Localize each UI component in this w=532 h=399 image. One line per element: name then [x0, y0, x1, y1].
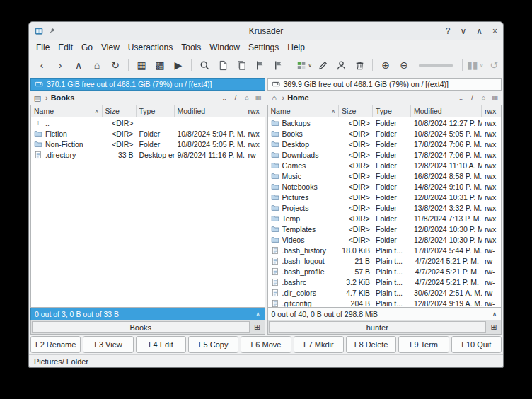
file-row[interactable]: Games<DIR>Folder12/8/2024 11:10 A. M.rwx: [268, 160, 502, 170]
menu-file[interactable]: File: [32, 41, 54, 54]
refresh-button[interactable]: ↻: [106, 57, 125, 74]
breadcrumb-current[interactable]: Books: [51, 93, 75, 102]
file-row[interactable]: Downloads<DIR>Folder17/8/2024 7:06 P. M.…: [268, 149, 502, 160]
menu-settings[interactable]: Settings: [244, 41, 283, 54]
column-header-size[interactable]: Size: [339, 105, 373, 117]
statusbar-text: Pictures/ Folder: [34, 357, 88, 366]
zoom-out-button[interactable]: ⊖: [395, 57, 413, 74]
menu-tools[interactable]: Tools: [177, 41, 205, 54]
run-icon: ▶: [175, 59, 183, 71]
column-header-name[interactable]: Name ∧: [31, 105, 103, 117]
column-header-type[interactable]: Type: [373, 105, 411, 117]
back-button[interactable]: ‹: [33, 57, 51, 74]
equal-panels-button[interactable]: ▩: [151, 57, 169, 74]
up-dir-button[interactable]: ..: [220, 93, 229, 103]
breadcrumb-current[interactable]: Home: [287, 93, 309, 102]
home-button[interactable]: ⌂: [88, 57, 106, 74]
file-row[interactable]: Non-Fiction<DIR>Folder10/8/2024 5:05 P. …: [31, 139, 265, 149]
run-command-button[interactable]: ▶: [169, 57, 187, 74]
useractions-button[interactable]: [332, 57, 350, 74]
copy-button[interactable]: [232, 57, 250, 74]
fkey-f5-button[interactable]: F5 Copy: [188, 336, 238, 353]
fkey-f3-button[interactable]: F3 View: [83, 336, 133, 353]
root-dir-button[interactable]: /: [231, 93, 241, 103]
fkey-f9-button[interactable]: F9 Term: [398, 336, 449, 353]
titlebar[interactable]: Krusader ? ∨ ∧ ×: [29, 22, 503, 40]
fkey-f7-button[interactable]: F7 Mkdir: [294, 336, 344, 353]
file-row[interactable]: Templates<DIR>Folder12/8/2024 10:30 P. M…: [268, 224, 502, 234]
column-header-type[interactable]: Type: [137, 105, 175, 117]
new-file-button[interactable]: [214, 57, 232, 74]
column-header-name[interactable]: Name ∧: [268, 105, 340, 117]
folder-icon[interactable]: ▤: [33, 93, 42, 103]
file-row[interactable]: Pictures<DIR>Folder12/8/2024 10:31 P. M.…: [268, 192, 502, 202]
menu-edit[interactable]: Edit: [54, 41, 77, 54]
undo-button[interactable]: ↺: [485, 57, 503, 74]
compare-dirs-button[interactable]: ▦: [132, 57, 151, 74]
file-row[interactable]: Desktop<DIR>Folder17/8/2024 7:06 P. M.rw…: [268, 139, 502, 149]
menu-go[interactable]: Go: [77, 41, 97, 54]
minimize-button[interactable]: ∨: [460, 27, 466, 35]
zoom-slider[interactable]: [419, 64, 453, 67]
file-row[interactable]: Projects<DIR>Folder13/8/2024 3:32 P. M.r…: [268, 202, 502, 213]
root-dir-button[interactable]: /: [468, 93, 477, 103]
file-row[interactable]: .bash_logout21 BPlain t...4/7/2024 5:21 …: [268, 255, 502, 266]
column-header-modified[interactable]: Modified: [175, 105, 245, 117]
chevron-up-icon[interactable]: ∧: [488, 311, 501, 318]
bookmark-button[interactable]: [250, 57, 269, 74]
up-dir-button[interactable]: ..: [456, 93, 466, 103]
column-header-size[interactable]: Size: [103, 105, 137, 117]
zoom-in-button[interactable]: ⊕: [376, 57, 395, 74]
home-icon[interactable]: ⌂: [270, 93, 279, 102]
file-row[interactable]: .dir_colors4.7 KiBPlain t...30/6/2024 2:…: [268, 287, 502, 298]
close-button[interactable]: ×: [492, 27, 497, 35]
maximize-button[interactable]: ∧: [476, 27, 482, 35]
trash-button[interactable]: [350, 57, 369, 74]
file-row[interactable]: Videos<DIR>Folder12/8/2024 10:30 P. M.rw…: [268, 234, 502, 245]
home-dir-button[interactable]: ⌂: [479, 93, 488, 103]
menu-view[interactable]: View: [97, 41, 124, 54]
sync-browse-button[interactable]: ▥: [490, 93, 499, 103]
tab-books[interactable]: Books: [32, 321, 250, 333]
fkey-f2-button[interactable]: F2 Rename: [30, 336, 81, 353]
right-info-bar[interactable]: 369.9 GiB free out of 468.1 GiB (79%) on…: [267, 78, 502, 91]
chevron-up-icon[interactable]: ∧: [252, 311, 265, 318]
help-button[interactable]: ?: [446, 27, 451, 35]
file-row[interactable]: Backups<DIR>Folder10/8/2024 12:27 P. M.r…: [268, 117, 502, 128]
left-info-bar[interactable]: 370.1 GiB free out of 468.1 GiB (79%) on…: [30, 78, 265, 91]
menu-window[interactable]: Window: [205, 41, 244, 54]
edit-file-button[interactable]: [313, 57, 332, 74]
fkey-f10-button[interactable]: F10 Quit: [451, 336, 502, 353]
file-row[interactable]: .gitconfig204 BPlain t...12/8/2024 9:19 …: [268, 298, 502, 307]
file-row[interactable]: Temp<DIR>Folder11/8/2024 7:13 P. M.rwx: [268, 213, 502, 224]
up-button[interactable]: ∧: [69, 57, 88, 74]
file-row[interactable]: .bashrc3.2 KiBPlain t...4/7/2024 5:21 P.…: [268, 277, 502, 287]
bookmark-add-button[interactable]: [269, 57, 287, 74]
file-row[interactable]: .directory33 BDesktop en...9/8/2024 11:1…: [31, 149, 265, 160]
file-row[interactable]: Music<DIR>Folder16/8/2024 8:58 P. M.rwx: [268, 170, 502, 181]
column-header-modified[interactable]: Modified: [411, 105, 482, 117]
file-row[interactable]: Fiction<DIR>Folder10/8/2024 5:04 P. M.rw…: [31, 128, 265, 139]
fkey-f8-button[interactable]: F8 Delete: [346, 336, 396, 353]
file-row[interactable]: .bash_profile57 BPlain t...4/7/2024 5:21…: [268, 266, 502, 277]
file-row[interactable]: Books<DIR>Folder10/8/2024 5:05 P. M.rwx: [268, 128, 502, 139]
home-dir-button[interactable]: ⌂: [243, 93, 252, 103]
file-row[interactable]: ↑..<DIR>: [31, 117, 265, 128]
profiles-dropdown-button[interactable]: ∨: [295, 57, 313, 74]
pin-icon[interactable]: [47, 27, 56, 35]
new-tab-button[interactable]: ⊞: [251, 321, 264, 333]
fkey-f6-button[interactable]: F6 Move: [241, 336, 291, 353]
column-header-rwx[interactable]: rwx: [245, 105, 265, 117]
menu-help[interactable]: Help: [283, 41, 309, 54]
menu-useractions[interactable]: Useractions: [124, 41, 177, 54]
sync-browse-button[interactable]: ▥: [254, 93, 263, 103]
search-button[interactable]: [195, 57, 214, 74]
pause-queue-button[interactable]: ▮▮∨: [466, 57, 485, 74]
fkey-f4-button[interactable]: F4 Edit: [136, 336, 186, 353]
forward-button[interactable]: ›: [51, 57, 69, 74]
file-row[interactable]: .bash_history18.0 KiBPlain t...17/8/2024…: [268, 245, 502, 255]
file-row[interactable]: Notebooks<DIR>Folder14/8/2024 9:10 P. M.…: [268, 181, 502, 192]
tab-hunter[interactable]: hunter: [269, 321, 487, 333]
column-header-rwx[interactable]: rwx: [482, 105, 501, 117]
new-tab-button[interactable]: ⊞: [487, 321, 500, 333]
